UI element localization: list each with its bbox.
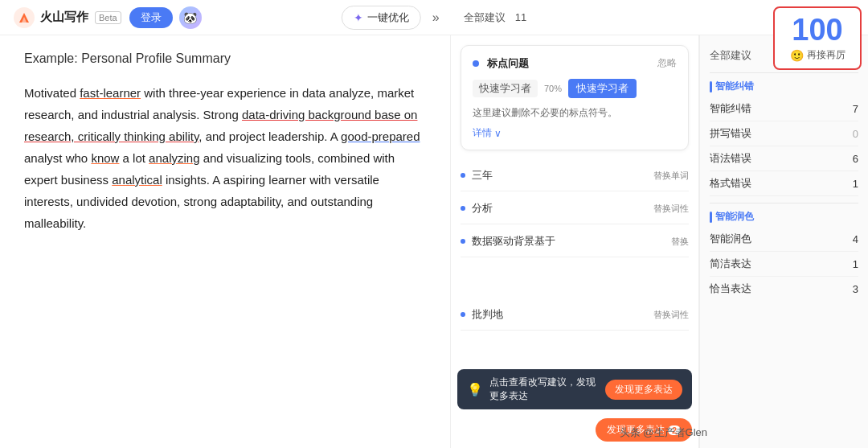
score-sub-text: 再接再厉 <box>807 48 845 62</box>
optimize-button[interactable]: ✦ 一键优化 <box>342 6 421 30</box>
score-box: 100 🙂 再接再厉 <box>773 6 862 70</box>
item-dot <box>461 312 465 317</box>
item-label-appropriate: 恰当表达 <box>710 282 751 296</box>
group-label-polish: 智能润色 <box>710 210 858 224</box>
app-name: 火山写作 <box>40 10 88 25</box>
item-num-grammar: 6 <box>853 153 858 165</box>
tag-suggested[interactable]: 快速学习者 <box>568 79 637 98</box>
item-text: 数据驱动背景基于 <box>472 234 555 249</box>
sidebar-item-spelling[interactable]: 拼写错误 0 <box>710 121 858 146</box>
tag-pct: 70% <box>544 84 562 93</box>
group-correction-text: 智能纠错 <box>715 80 754 93</box>
card-title-row: 标点问题 <box>473 55 529 71</box>
text-good-prepared: good-prepared <box>341 129 420 143</box>
score-subtitle: 🙂 再接再厉 <box>784 48 850 62</box>
item-text: 批判地 <box>472 307 503 322</box>
item-label-concise: 简洁表达 <box>710 257 751 271</box>
item-num-polish: 4 <box>853 233 858 245</box>
sidebar-item-format[interactable]: 格式错误 1 <box>710 171 858 196</box>
sidebar-item-correction[interactable]: 智能纠错 7 <box>710 97 858 121</box>
item-dot <box>461 206 465 211</box>
group-polish-text: 智能润色 <box>715 210 754 224</box>
text-analyzing: analyzing <box>149 151 199 165</box>
suggestions-label: 全部建议 <box>464 10 506 25</box>
text-and-project: , and project leadership. A <box>199 129 341 143</box>
item-num-spelling: 0 <box>853 128 858 140</box>
card-ignore-button[interactable]: 忽略 <box>657 56 677 70</box>
list-item[interactable]: 分析 替换词性 <box>461 193 689 224</box>
suggestion-card: 标点问题 忽略 快速学习者 70% 快速学习者 这里建议删除不必要的标点符号。 … <box>461 45 689 150</box>
group-bar-icon <box>710 81 712 92</box>
item-label-correction: 智能纠错 <box>710 101 751 116</box>
card-desc: 这里建议删除不必要的标点符号。 <box>473 106 677 120</box>
card-detail[interactable]: 详情 ∨ <box>473 126 677 140</box>
suggestions-count: 11 <box>515 11 526 23</box>
card-detail-label: 详情 <box>473 126 492 140</box>
text-alot: a lot <box>119 151 149 165</box>
sidebar-divider-2 <box>710 203 858 203</box>
all-suggestions-label: 全部建议 <box>710 48 751 63</box>
item-label-grammar: 语法错误 <box>710 151 751 166</box>
bulb-icon: 💡 <box>467 382 483 397</box>
card-tags: 快速学习者 70% 快速学习者 <box>473 79 677 98</box>
text-know: know <box>91 151 119 165</box>
card-dot <box>473 60 479 67</box>
logo-area: 火山写作 Beta <box>13 6 121 29</box>
top-nav: 火山写作 Beta 登录 🐼 ✦ 一键优化 » 全部建议 11 100 🙂 再接… <box>0 0 868 35</box>
item-text: 分析 <box>472 201 493 216</box>
login-button[interactable]: 登录 <box>129 7 173 28</box>
item-tag[interactable]: 替换词性 <box>653 309 689 321</box>
chevron-down-icon: ∨ <box>494 128 502 139</box>
more-button[interactable]: » <box>428 9 444 27</box>
item-label-spelling: 拼写错误 <box>710 126 751 141</box>
sidebar-item-grammar[interactable]: 语法错误 6 <box>710 146 858 171</box>
sidebar-item-appropriate[interactable]: 恰当表达 3 <box>710 277 858 301</box>
tag-original: 快速学习者 <box>473 80 538 97</box>
discover-more-button[interactable]: 发现更多表达 <box>605 380 682 400</box>
item-tag[interactable]: 替换词性 <box>653 203 689 215</box>
suggestion-panel: 标点问题 忽略 快速学习者 70% 快速学习者 这里建议删除不必要的标点符号。 … <box>450 35 699 448</box>
text-motivated: Motivated <box>24 86 80 100</box>
item-tag[interactable]: 替换 <box>671 236 689 248</box>
doc-title: Example: Personal Profile Summary <box>24 51 426 66</box>
card-title: 标点问题 <box>487 57 529 69</box>
item-text: 三年 <box>472 168 493 183</box>
item-num-concise: 1 <box>853 258 858 270</box>
volcano-logo-icon <box>13 6 35 29</box>
item-num-appropriate: 3 <box>853 283 858 295</box>
item-num-correction: 7 <box>853 103 858 115</box>
score-number: 100 <box>784 14 850 45</box>
optimize-label: 一键优化 <box>367 10 409 25</box>
doc-body: Motivated fast-learner with three-year e… <box>24 82 426 234</box>
group-bar-icon-2 <box>710 212 712 223</box>
list-item[interactable]: 数据驱动背景基于 替换 <box>461 226 689 257</box>
score-emoji: 🙂 <box>790 49 804 62</box>
beta-badge: Beta <box>95 11 121 24</box>
watermark: 头条 @生产者Glen <box>620 425 707 440</box>
main-layout: Example: Personal Profile Summary Motiva… <box>0 35 868 448</box>
group-label-correction: 智能纠错 <box>710 80 858 93</box>
editor-area: Example: Personal Profile Summary Motiva… <box>0 35 450 448</box>
avatar[interactable]: 🐼 <box>179 6 202 29</box>
spark-icon: ✦ <box>354 11 363 24</box>
item-label-format: 格式错误 <box>710 176 751 191</box>
item-num-format: 1 <box>853 178 858 190</box>
sidebar-item-polish[interactable]: 智能润色 4 <box>710 227 858 252</box>
tooltip-text: 点击查看改写建议，发现更多表达 <box>489 376 599 403</box>
list-item[interactable]: 三年 替换单词 <box>461 160 689 191</box>
sidebar-divider <box>710 72 858 73</box>
item-label-polish: 智能润色 <box>710 232 751 246</box>
tooltip-bar: 💡 点击查看改写建议，发现更多表达 发现更多表达 <box>457 369 692 409</box>
item-dot <box>461 239 465 244</box>
right-sidebar: 全部建议 11 智能纠错 智能纠错 7 拼写错误 0 语法错误 6 格式错误 1 <box>699 35 868 448</box>
text-analyst: analyst who <box>24 151 91 165</box>
text-analytical: analytical <box>112 173 162 187</box>
sidebar-item-concise[interactable]: 简洁表达 1 <box>710 252 858 277</box>
list-item[interactable]: 批判地 替换词性 <box>461 299 689 331</box>
item-dot <box>461 173 465 178</box>
text-fast-learner: fast-learner <box>80 86 141 100</box>
item-tag[interactable]: 替换单词 <box>653 170 689 182</box>
nav-center: ✦ 一键优化 » 全部建议 11 <box>342 6 526 30</box>
card-header: 标点问题 忽略 <box>473 55 677 71</box>
